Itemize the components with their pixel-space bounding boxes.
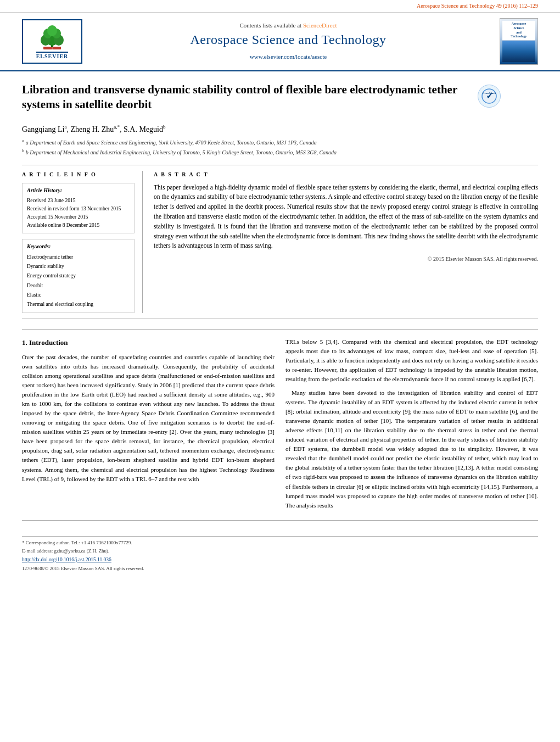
article-info-heading: A R T I C L E I N F O [22,171,135,178]
keyword-1: Electrodynamic tether [27,253,130,262]
intro-para-right-2: Many studies have been devoted to the in… [285,388,538,510]
abstract-heading: A B S T R A C T [154,171,538,178]
crossmark-badge[interactable]: ✓ CrossMark [478,85,502,109]
keywords-box: Keywords: Electrodynamic tether Dynamic … [22,239,135,313]
history-title: Article History: [27,187,130,194]
journal-main-title: Aerospace Science and Technology [82,31,494,49]
copyright-line: © 2015 Elsevier Masson SAS. All rights r… [154,255,538,263]
elsevier-wordmark: ELSEVIER [36,52,69,60]
svg-text:CrossMark: CrossMark [483,92,496,94]
corresponding-author-note: * Corresponding author. Tel.: +1 416 736… [22,539,538,546]
author-zheng: Zheng H. Zhu [70,125,114,133]
keyword-2: Dynamic stability [27,262,130,271]
svg-point-6 [47,25,57,36]
authors-line: Gangqiang Lia, Zheng H. Zhua,*, S.A. Meg… [22,124,538,135]
body-col-right: TRLs below 5 [3,4]. Compared with the ch… [285,337,538,515]
info-abstract-section: A R T I C L E I N F O Article History: R… [22,165,538,319]
author-meguid: S.A. Meguid [124,125,163,133]
abstract-column: A B S T R A C T This paper developed a h… [154,171,538,313]
contents-line: Contents lists available at ScienceDirec… [82,21,494,30]
affiliation-b: b b Department of Mechanical and Industr… [22,148,538,157]
affiliations: a a Department of Earth and Space Scienc… [22,138,538,157]
journal-citation: Aerospace Science and Technology 49 (201… [417,3,538,9]
intro-para-right-1: TRLs below 5 [3,4]. Compared with the ch… [285,337,538,384]
intro-para-1: Over the past decades, the number of spa… [22,353,275,484]
doi-link[interactable]: http://dx.doi.org/10.1016/j.ast.2015.11.… [22,557,111,562]
elsevier-tree-icon [36,23,69,50]
issn-copyright: 1270-9638/© 2015 Elsevier Masson SAS. Al… [22,565,538,572]
keyword-3: Energy control strategy [27,271,130,281]
affiliation-a: a a Department of Earth and Space Scienc… [22,138,538,147]
revised-date: Received in revised form 13 November 201… [27,205,130,213]
article-info-column: A R T I C L E I N F O Article History: R… [22,171,143,313]
received-date: Received 23 June 2015 [27,197,130,205]
article-content: Libration and transverse dynamic stabili… [0,71,560,583]
journal-url[interactable]: www.elsevier.com/locate/aescte [250,53,327,60]
body-content: 1. Introduction Over the past decades, t… [22,337,538,515]
keywords-title: Keywords: [27,243,130,250]
online-date: Available online 8 December 2015 [27,221,130,230]
elsevier-logo: ELSEVIER [22,19,82,64]
article-history-box: Article History: Received 23 June 2015 R… [22,183,135,234]
intro-heading: 1. Introduction [22,337,275,348]
accepted-date: Accepted 15 November 2015 [27,213,130,221]
abstract-text: This paper developed a high-fidelity dyn… [154,183,538,252]
header-center: Contents lists available at ScienceDirec… [82,21,494,62]
body-col-left: 1. Introduction Over the past decades, t… [22,337,275,515]
article-title: Libration and transverse dynamic stabili… [22,82,472,113]
crossmark-icon: ✓ CrossMark [481,88,497,104]
sciencedirect-link[interactable]: ScienceDirect [303,22,337,29]
keyword-5: Elastic [27,291,130,300]
journal-thumbnail: AerospaceScienceandTechnology [500,18,538,65]
keyword-6: Thermal and electrical coupling [27,300,130,309]
email-note: E-mail address: gzhu@yorku.ca (Z.H. Zhu)… [22,548,538,555]
footer-area: * Corresponding author. Tel.: +1 416 736… [22,520,538,572]
header-area: ELSEVIER Contents lists available at Sci… [0,13,560,71]
journal-bar: Aerospace Science and Technology 49 (201… [0,0,560,13]
keyword-4: Deorbit [27,281,130,291]
section-divider [22,329,538,330]
author-gangqiang: Gangqiang Li [22,125,64,133]
